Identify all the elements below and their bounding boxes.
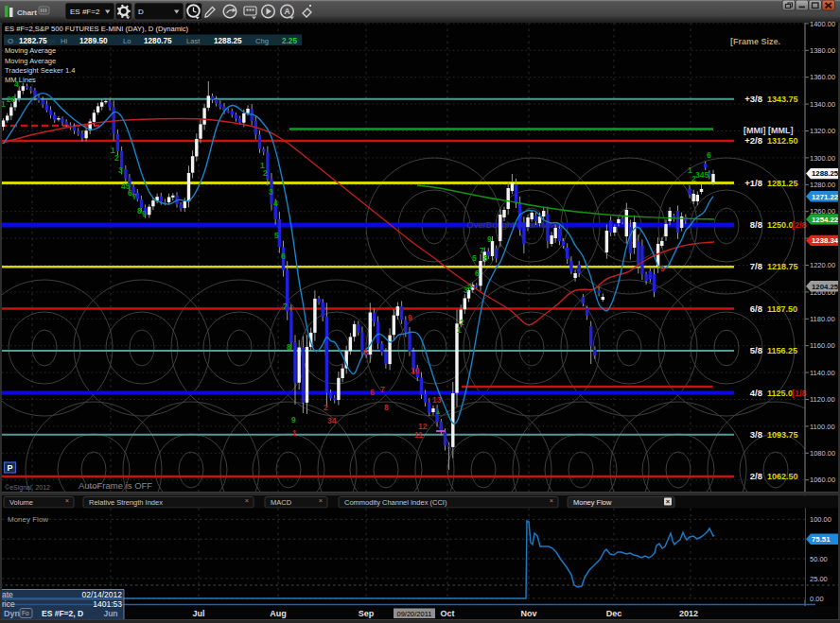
svg-text:9: 9 <box>408 313 412 322</box>
svg-text:2/8: 2/8 <box>750 471 762 481</box>
svg-text:Chg: Chg <box>255 37 269 45</box>
svg-text:P: P <box>8 463 13 473</box>
svg-text:×: × <box>319 496 323 505</box>
svg-text:1281.25: 1281.25 <box>767 179 798 188</box>
svg-text:1160.00: 1160.00 <box>810 341 835 350</box>
svg-text:Dyn: Dyn <box>4 609 20 618</box>
svg-text:1380.00: 1380.00 <box>810 46 835 55</box>
svg-text:1320.00: 1320.00 <box>810 127 835 135</box>
svg-text:6: 6 <box>370 388 375 397</box>
svg-text:6/8: 6/8 <box>750 303 762 314</box>
svg-text:50.00: 50.00 <box>810 555 828 563</box>
svg-text:+3/8: +3/8 <box>744 94 762 104</box>
svg-text:3: 3 <box>269 187 273 197</box>
svg-text:1140.00: 1140.00 <box>810 369 835 377</box>
svg-text:1218.75: 1218.75 <box>767 262 798 271</box>
svg-text:×: × <box>245 496 249 505</box>
svg-text:9: 9 <box>487 234 492 244</box>
svg-text:×: × <box>666 497 671 506</box>
svg-text:1125.0: 1125.0 <box>767 389 793 398</box>
svg-text:Tradesight Seeker 1.4: Tradesight Seeker 1.4 <box>5 66 75 75</box>
svg-text:2012: 2012 <box>679 609 698 618</box>
svg-text:Commodity Channel Index (CCI): Commodity Channel Index (CCI) <box>344 498 447 507</box>
svg-text:ES #F=2: ES #F=2 <box>70 8 100 16</box>
svg-text:Jul: Jul <box>192 609 204 618</box>
svg-text:2: 2 <box>114 153 119 163</box>
svg-text:1238.34: 1238.34 <box>812 236 839 245</box>
svg-text:ES #F=2, D: ES #F=2, D <box>42 609 83 618</box>
svg-text:2: 2 <box>460 318 464 327</box>
svg-text:Lo: Lo <box>123 37 131 45</box>
svg-text:1280.75: 1280.75 <box>144 37 172 45</box>
svg-text:1100.00: 1100.00 <box>810 423 835 431</box>
svg-text:1204.25: 1204.25 <box>812 283 839 291</box>
svg-text:8/8: 8/8 <box>750 219 762 230</box>
svg-text:Money Flow: Money Flow <box>8 515 48 524</box>
svg-text:Sep: Sep <box>359 609 375 618</box>
svg-text:1156.25: 1156.25 <box>767 346 797 355</box>
svg-text:1187.50: 1187.50 <box>767 304 797 314</box>
svg-text:1254.22: 1254.22 <box>812 216 839 224</box>
svg-text:A: A <box>284 7 289 16</box>
svg-text:ate: ate <box>2 590 13 599</box>
svg-text:5: 5 <box>363 348 368 357</box>
svg-text:1360.00: 1360.00 <box>810 73 835 81</box>
svg-text:8: 8 <box>287 342 291 352</box>
svg-text:12: 12 <box>418 422 428 431</box>
svg-text:1300.00: 1300.00 <box>810 154 835 163</box>
svg-text:9: 9 <box>291 415 296 424</box>
svg-text:4: 4 <box>273 199 278 208</box>
svg-text:1093.75: 1093.75 <box>767 430 798 440</box>
svg-text:1401:53: 1401:53 <box>93 599 122 609</box>
svg-text:×: × <box>550 496 553 505</box>
svg-text:Money Flow: Money Flow <box>573 498 612 507</box>
svg-text:1220.00: 1220.00 <box>810 261 835 269</box>
svg-text:4: 4 <box>467 282 472 291</box>
svg-text:9: 9 <box>660 264 665 273</box>
svg-text:09/20/2011: 09/20/2011 <box>397 610 432 618</box>
svg-text:5: 5 <box>472 253 477 263</box>
svg-text:rice: rice <box>2 599 15 609</box>
svg-text:Chart: Chart <box>17 9 37 17</box>
svg-text:[1/8: [1/8 <box>792 389 807 398</box>
svg-text:1271.22: 1271.22 <box>812 193 839 201</box>
svg-text:7/8: 7/8 <box>750 261 762 271</box>
svg-text:8: 8 <box>384 403 389 412</box>
svg-text:1340.00: 1340.00 <box>810 100 835 109</box>
svg-text:Relative Strength Index: Relative Strength Index <box>89 498 163 507</box>
svg-text:©eSignal, 2012: ©eSignal, 2012 <box>5 484 50 492</box>
svg-text:1343.75: 1343.75 <box>767 95 798 104</box>
svg-text:11: 11 <box>414 430 423 440</box>
svg-text:Last: Last <box>186 37 201 45</box>
svg-text:AutoFrame is OFF: AutoFrame is OFF <box>79 480 152 491</box>
svg-text:6: 6 <box>707 150 711 160</box>
svg-text:02/14/2012: 02/14/2012 <box>81 590 122 599</box>
svg-text:7: 7 <box>283 302 288 311</box>
svg-text:1400.00: 1400.00 <box>810 20 835 28</box>
svg-text:Dec: Dec <box>606 609 622 618</box>
svg-text:5/8: 5/8 <box>750 345 762 355</box>
svg-text:O: O <box>8 37 13 45</box>
svg-text:13: 13 <box>432 395 442 405</box>
svg-text:1: 1 <box>292 428 297 438</box>
svg-text:Moving Average: Moving Average <box>5 57 56 65</box>
svg-text:1289.50: 1289.50 <box>79 37 108 45</box>
svg-text:3/8: 3/8 <box>750 429 762 440</box>
svg-text:1062.50: 1062.50 <box>767 472 798 481</box>
svg-text:9: 9 <box>142 209 147 218</box>
svg-text:Aug: Aug <box>270 609 287 618</box>
svg-text:100.00: 100.00 <box>810 515 831 524</box>
svg-text:7: 7 <box>132 192 137 201</box>
svg-text:Oct: Oct <box>440 609 454 618</box>
svg-text:1060.00: 1060.00 <box>810 476 835 484</box>
svg-text:1288.25: 1288.25 <box>214 37 242 45</box>
svg-text:MM Lines: MM Lines <box>5 76 36 84</box>
svg-text:25.00: 25.00 <box>810 575 828 583</box>
svg-text:5: 5 <box>274 231 279 240</box>
svg-text:Jun: Jun <box>103 609 117 618</box>
svg-text:3: 3 <box>118 165 123 175</box>
svg-text:1120.00: 1120.00 <box>810 395 835 404</box>
svg-text:4/8: 4/8 <box>750 388 762 398</box>
svg-text:1288.25: 1288.25 <box>812 169 839 178</box>
svg-text:2: 2 <box>324 403 328 412</box>
